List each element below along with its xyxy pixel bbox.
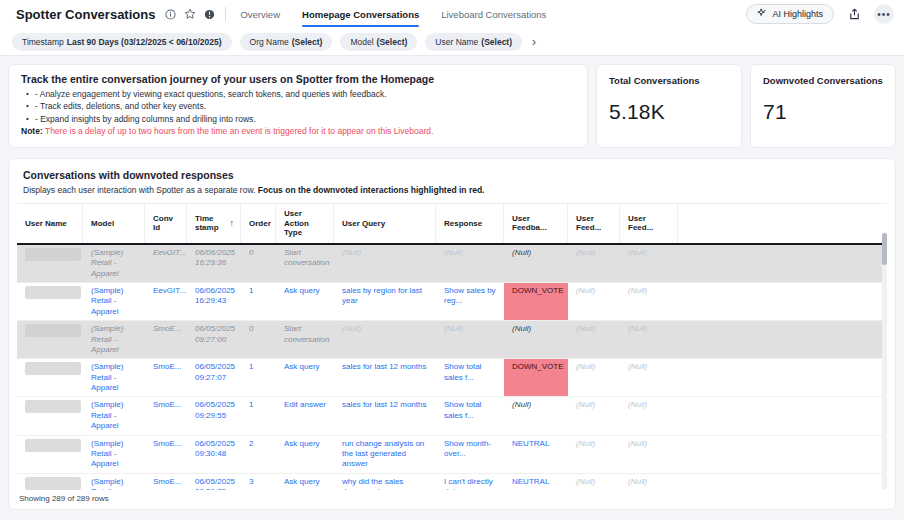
cell-order[interactable]: 0 bbox=[241, 245, 276, 282]
cell-timestamp[interactable]: 06/05/2025 09:27:00 bbox=[187, 321, 241, 358]
table-row[interactable]: (Sample) Retail - ApparelEevGIT...06/06/… bbox=[17, 245, 887, 283]
column-header-time-stamp[interactable]: Time stamp↑ bbox=[187, 204, 241, 243]
filter-pill-timestamp[interactable]: TimestampLast 90 Days (03/12/2025 < 06/1… bbox=[12, 33, 232, 51]
cell-order[interactable]: 1 bbox=[241, 283, 276, 320]
cell-user-action-type[interactable]: Ask query bbox=[276, 436, 334, 473]
cell-timestamp[interactable]: 06/05/2025 09:29:55 bbox=[187, 397, 241, 434]
cell-order[interactable]: 2 bbox=[241, 436, 276, 473]
cell-user-feedback-3[interactable]: (Null) bbox=[620, 397, 678, 434]
cell-user-feedback-2[interactable]: (Null) bbox=[568, 436, 620, 473]
verified-badge-icon[interactable] bbox=[204, 9, 215, 20]
cell-user-feedback-2[interactable]: (Null) bbox=[568, 474, 620, 490]
cell-conv-id[interactable]: SmoE... bbox=[145, 359, 187, 396]
ai-highlights-button[interactable]: AI Highlights bbox=[746, 4, 834, 24]
table-row[interactable]: (Sample) Retail - ApparelSmoE...06/05/20… bbox=[17, 436, 887, 474]
cell-user-feedback-2[interactable]: (Null) bbox=[568, 359, 620, 396]
cell-user-feedback-2[interactable]: (Null) bbox=[568, 245, 620, 282]
cell-model[interactable]: (Sample) Retail - Apparel bbox=[83, 436, 145, 473]
cell-model[interactable]: (Sample) Retail - Apparel bbox=[83, 397, 145, 434]
cell-user-name[interactable] bbox=[17, 321, 83, 358]
table-row[interactable]: (Sample) Retail - ApparelSmoE...06/05/20… bbox=[17, 321, 887, 359]
cell-user-feedback-3[interactable]: (Null) bbox=[620, 245, 678, 282]
cell-conv-id[interactable]: EevGIT... bbox=[145, 245, 187, 282]
cell-user-action-type[interactable]: Ask query bbox=[276, 359, 334, 396]
cell-conv-id[interactable]: SmoE... bbox=[145, 474, 187, 490]
vertical-scrollbar[interactable] bbox=[882, 232, 887, 490]
table-row[interactable]: (Sample) Retail - ApparelSmoE...06/05/20… bbox=[17, 359, 887, 397]
table-row[interactable]: (Sample) Retail - ApparelSmoE...06/05/20… bbox=[17, 474, 887, 490]
cell-user-action-type[interactable]: Ask query bbox=[276, 283, 334, 320]
column-header-response[interactable]: Response bbox=[436, 204, 504, 243]
cell-order[interactable]: 0 bbox=[241, 321, 276, 358]
cell-timestamp[interactable]: 06/05/2025 09:30:48 bbox=[187, 436, 241, 473]
cell-model[interactable]: (Sample) Retail - Apparel bbox=[83, 283, 145, 320]
kpi-card-total-conversations[interactable]: Total Conversations 5.18K bbox=[596, 64, 742, 148]
cell-user-query[interactable]: why did the sales decreased bbox=[334, 474, 436, 490]
kpi-card-downvoted-conversations[interactable]: Downvoted Conversations 71 bbox=[750, 64, 896, 148]
cell-user-name[interactable] bbox=[17, 436, 83, 473]
cell-user-name[interactable] bbox=[17, 474, 83, 490]
more-menu-button[interactable]: ••• bbox=[874, 4, 894, 24]
cell-user-feedback[interactable]: (Null) bbox=[504, 321, 568, 358]
cell-user-query[interactable]: (Null) bbox=[334, 245, 436, 282]
cell-user-feedback[interactable]: (Null) bbox=[504, 245, 568, 282]
cell-user-feedback-2[interactable]: (Null) bbox=[568, 321, 620, 358]
table-row[interactable]: (Sample) Retail - ApparelEevGIT...06/06/… bbox=[17, 283, 887, 321]
cell-response[interactable]: (Null) bbox=[436, 245, 504, 282]
cell-user-feedback-3[interactable]: (Null) bbox=[620, 283, 678, 320]
cell-user-feedback-2[interactable]: (Null) bbox=[568, 397, 620, 434]
tab-liveboard-conversations[interactable]: Liveboard Conversations bbox=[441, 0, 546, 28]
cell-user-feedback-3[interactable]: (Null) bbox=[620, 359, 678, 396]
cell-user-feedback[interactable]: DOWN_VOTE bbox=[504, 359, 568, 396]
share-icon[interactable] bbox=[844, 4, 864, 24]
cell-user-query[interactable]: sales by region for last year bbox=[334, 283, 436, 320]
cell-response[interactable]: I can't directly det... bbox=[436, 474, 504, 490]
cell-user-name[interactable] bbox=[17, 397, 83, 434]
cell-conv-id[interactable]: SmoE... bbox=[145, 397, 187, 434]
column-header-user-feed[interactable]: User Feed... bbox=[620, 204, 678, 243]
tab-homepage-conversations[interactable]: Homepage Conversations bbox=[302, 0, 419, 28]
cell-user-name[interactable] bbox=[17, 245, 83, 282]
cell-user-action-type[interactable]: Start conversation bbox=[276, 245, 334, 282]
cell-user-feedback[interactable]: NEUTRAL bbox=[504, 474, 568, 490]
column-header-user-feedba[interactable]: User Feedba... bbox=[504, 204, 568, 243]
filter-pill-user-name[interactable]: User Name(Select) bbox=[425, 33, 522, 51]
cell-conv-id[interactable]: SmoE... bbox=[145, 321, 187, 358]
info-icon[interactable] bbox=[165, 9, 176, 20]
filter-pill-org-name[interactable]: Org Name(Select) bbox=[240, 33, 333, 51]
cell-conv-id[interactable]: SmoE... bbox=[145, 436, 187, 473]
cell-order[interactable]: 1 bbox=[241, 359, 276, 396]
cell-response[interactable]: (Null) bbox=[436, 321, 504, 358]
cell-user-query[interactable]: run change analysis on the last generate… bbox=[334, 436, 436, 473]
sort-ascending-icon[interactable]: ↑ bbox=[230, 218, 235, 229]
cell-response[interactable]: Show total sales f... bbox=[436, 397, 504, 434]
cell-user-query[interactable]: (Null) bbox=[334, 321, 436, 358]
column-header-user-feed[interactable]: User Feed... bbox=[568, 204, 620, 243]
cell-model[interactable]: (Sample) Retail - Apparel bbox=[83, 359, 145, 396]
cell-user-feedback-3[interactable]: (Null) bbox=[620, 474, 678, 490]
cell-response[interactable]: Show month-over... bbox=[436, 436, 504, 473]
cell-user-query[interactable]: sales for last 12 months bbox=[334, 359, 436, 396]
table-row[interactable]: (Sample) Retail - ApparelSmoE...06/05/20… bbox=[17, 397, 887, 435]
cell-timestamp[interactable]: 06/06/2025 16:29:43 bbox=[187, 283, 241, 320]
cell-user-feedback-2[interactable]: (Null) bbox=[568, 283, 620, 320]
cell-user-action-type[interactable]: Edit answer bbox=[276, 397, 334, 434]
cell-response[interactable]: Show sales by reg... bbox=[436, 283, 504, 320]
column-header-user-action-type[interactable]: User Action Type bbox=[276, 204, 334, 243]
filters-overflow-chevron-icon[interactable]: › bbox=[532, 36, 536, 48]
tab-overview[interactable]: Overview bbox=[240, 0, 280, 28]
cell-order[interactable]: 1 bbox=[241, 397, 276, 434]
filter-pill-model[interactable]: Model(Select) bbox=[340, 33, 417, 51]
cell-user-action-type[interactable]: Ask query bbox=[276, 474, 334, 490]
cell-model[interactable]: (Sample) Retail - Apparel bbox=[83, 474, 145, 490]
cell-timestamp[interactable]: 06/05/2025 09:27:07 bbox=[187, 359, 241, 396]
cell-user-feedback-3[interactable]: (Null) bbox=[620, 436, 678, 473]
column-header-user-name[interactable]: User Name bbox=[17, 204, 83, 243]
cell-user-name[interactable] bbox=[17, 359, 83, 396]
cell-model[interactable]: (Sample) Retail - Apparel bbox=[83, 245, 145, 282]
cell-user-query[interactable]: sales for last 12 months bbox=[334, 397, 436, 434]
cell-model[interactable]: (Sample) Retail - Apparel bbox=[83, 321, 145, 358]
cell-timestamp[interactable]: 06/05/2025 09:31:25 bbox=[187, 474, 241, 490]
column-header-conv-id[interactable]: Conv Id bbox=[145, 204, 187, 243]
cell-timestamp[interactable]: 06/06/2025 16:29:36 bbox=[187, 245, 241, 282]
